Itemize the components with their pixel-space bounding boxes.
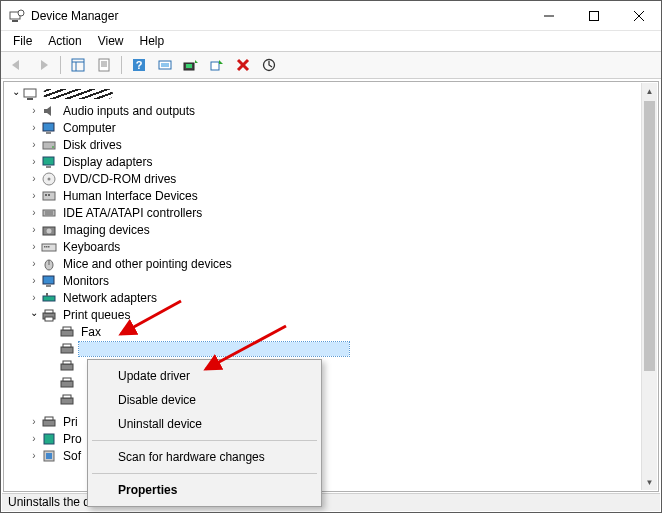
expand-icon[interactable] — [27, 121, 41, 135]
svg-rect-54 — [45, 317, 53, 321]
svg-rect-27 — [46, 132, 51, 134]
tree-item-fax[interactable]: Fax — [9, 323, 640, 340]
hid-icon — [41, 188, 57, 204]
scroll-thumb[interactable] — [644, 101, 655, 371]
expand-icon[interactable] — [27, 223, 41, 237]
printer-icon — [41, 307, 57, 323]
tree-label: Sof — [61, 449, 83, 463]
context-separator — [92, 440, 317, 441]
tree-label: Mice and other pointing devices — [61, 257, 234, 271]
vertical-scrollbar[interactable]: ▲ ▼ — [641, 83, 657, 490]
disable-device-button[interactable] — [257, 54, 281, 76]
svg-rect-63 — [61, 398, 73, 404]
tree-item-audio[interactable]: Audio inputs and outputs — [9, 102, 640, 119]
tree-item-keyboards[interactable]: Keyboards — [9, 238, 640, 255]
forward-button[interactable] — [31, 54, 55, 76]
svg-rect-69 — [46, 453, 52, 459]
svg-rect-51 — [46, 293, 48, 296]
expand-icon[interactable] — [27, 291, 41, 305]
svg-rect-53 — [45, 310, 53, 313]
expand-icon[interactable] — [27, 240, 41, 254]
svg-rect-24 — [24, 89, 36, 97]
dvd-icon — [41, 171, 57, 187]
tree-item-dvd[interactable]: DVD/CD-ROM drives — [9, 170, 640, 187]
expand-icon[interactable] — [27, 449, 41, 463]
camera-icon — [41, 222, 57, 238]
svg-rect-4 — [589, 11, 598, 20]
context-disable-device[interactable]: Disable device — [90, 388, 319, 412]
svg-rect-62 — [63, 378, 71, 381]
show-hide-console-button[interactable] — [66, 54, 90, 76]
expand-icon[interactable] — [27, 415, 41, 429]
svg-rect-57 — [61, 347, 73, 353]
context-update-driver[interactable]: Update driver — [90, 364, 319, 388]
menu-view[interactable]: View — [90, 32, 132, 50]
expand-icon[interactable] — [27, 172, 41, 186]
scroll-down-icon[interactable]: ▼ — [642, 474, 657, 490]
tree-item-ide[interactable]: IDE ATA/ATAPI controllers — [9, 204, 640, 221]
printer-icon — [59, 392, 75, 408]
tree-item-selected-printer[interactable] — [9, 340, 640, 357]
context-scan-hardware[interactable]: Scan for hardware changes — [90, 445, 319, 469]
update-driver-button[interactable] — [179, 54, 203, 76]
expand-icon[interactable] — [27, 308, 41, 322]
close-button[interactable] — [616, 1, 661, 31]
scroll-up-icon[interactable]: ▲ — [642, 83, 657, 99]
monitor-icon — [41, 273, 57, 289]
svg-rect-56 — [63, 327, 71, 330]
svg-rect-50 — [43, 296, 55, 301]
minimize-button[interactable] — [526, 1, 571, 31]
scan-hardware-button[interactable] — [153, 54, 177, 76]
svg-rect-61 — [61, 381, 73, 387]
svg-rect-37 — [43, 210, 55, 216]
maximize-button[interactable] — [571, 1, 616, 31]
svg-rect-45 — [48, 246, 50, 248]
back-button[interactable] — [5, 54, 29, 76]
expand-icon[interactable] — [9, 87, 23, 101]
expand-icon[interactable] — [27, 206, 41, 220]
tree-item-disk[interactable]: Disk drives — [9, 136, 640, 153]
svg-rect-43 — [44, 246, 46, 248]
svg-rect-20 — [211, 62, 219, 70]
expand-icon[interactable] — [27, 432, 41, 446]
context-uninstall-device[interactable]: Uninstall device — [90, 412, 319, 436]
expand-icon[interactable] — [27, 104, 41, 118]
svg-rect-7 — [72, 59, 84, 71]
tree-label: Pro — [61, 432, 84, 446]
svg-point-33 — [48, 177, 51, 180]
tree-label: Network adapters — [61, 291, 159, 305]
menu-file[interactable]: File — [5, 32, 40, 50]
tree-label: Imaging devices — [61, 223, 152, 237]
context-separator — [92, 473, 317, 474]
svg-rect-64 — [63, 395, 71, 398]
tree-item-computer[interactable]: Computer — [9, 119, 640, 136]
toolbar-separator — [121, 56, 122, 74]
svg-rect-17 — [161, 63, 169, 67]
tree-item-network[interactable]: Network adapters — [9, 289, 640, 306]
expand-icon[interactable] — [27, 257, 41, 271]
tree-label: Keyboards — [61, 240, 122, 254]
tree-item-print-queues[interactable]: Print queues — [9, 306, 640, 323]
help-button[interactable]: ? — [127, 54, 151, 76]
expand-icon[interactable] — [27, 189, 41, 203]
expand-icon[interactable] — [27, 155, 41, 169]
uninstall-device-button[interactable] — [231, 54, 255, 76]
window-title: Device Manager — [31, 9, 118, 23]
tree-item-imaging[interactable]: Imaging devices — [9, 221, 640, 238]
enable-device-button[interactable] — [205, 54, 229, 76]
printer-icon — [59, 375, 75, 391]
tree-item-monitors[interactable]: Monitors — [9, 272, 640, 289]
svg-rect-55 — [61, 330, 73, 336]
context-properties[interactable]: Properties — [90, 478, 319, 502]
menu-help[interactable]: Help — [132, 32, 173, 50]
menu-action[interactable]: Action — [40, 32, 89, 50]
tree-label: Audio inputs and outputs — [61, 104, 197, 118]
properties-button[interactable] — [92, 54, 116, 76]
expand-icon[interactable] — [27, 274, 41, 288]
tree-item-mice[interactable]: Mice and other pointing devices — [9, 255, 640, 272]
tree-item-hid[interactable]: Human Interface Devices — [9, 187, 640, 204]
svg-rect-58 — [63, 344, 71, 347]
expand-icon[interactable] — [27, 138, 41, 152]
tree-item-display[interactable]: Display adapters — [9, 153, 640, 170]
tree-root[interactable]: Desktop — [9, 85, 640, 102]
